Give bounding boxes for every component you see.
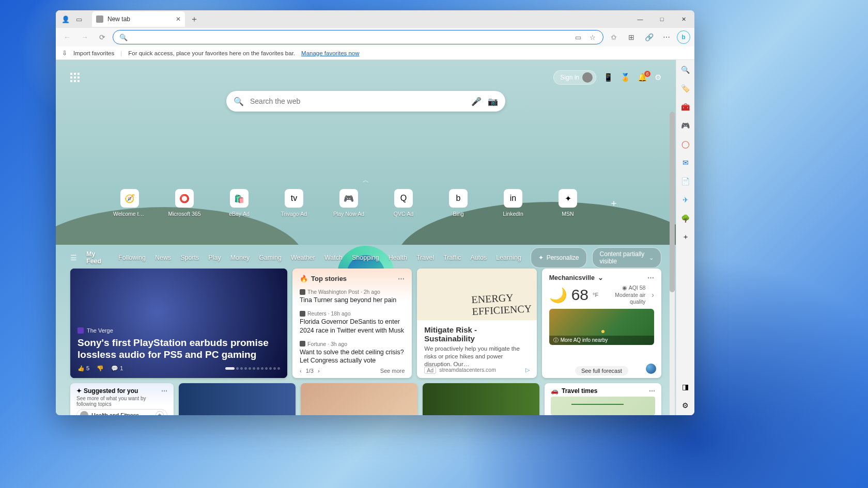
ad-card[interactable]: Mitigate Risk - Sustainability We proact… [417,269,536,378]
feed-nav-health[interactable]: Health [389,254,407,261]
quicklink-bing[interactable]: bBing [442,189,475,217]
sidebar-outlook-icon[interactable]: ✉ [680,157,691,168]
quicklink-ebay-ad[interactable]: 🛍️eBay·Ad [223,189,256,217]
sidebar-panel-icon[interactable]: ◨ [680,381,691,392]
feed-nav-following[interactable]: Following [118,254,146,261]
sidebar-add-icon[interactable]: ＋ [680,231,691,243]
app-launcher-icon[interactable] [70,73,80,82]
next-icon[interactable]: › [318,368,320,374]
more-icon[interactable]: ⋯ [647,274,654,281]
more-icon[interactable]: ⋯ [398,275,405,282]
see-more-link[interactable]: See more [380,368,405,374]
feed-menu-icon[interactable]: ☰ [70,254,77,262]
quicklink-linkedin[interactable]: inLinkedIn [497,189,530,217]
carousel-pager[interactable] [225,367,280,370]
feed-nav-weather[interactable]: Weather [291,254,315,261]
quicklink-qvc-ad[interactable]: QQVC·Ad [387,189,420,217]
feed-nav-shopping[interactable]: Shopping [352,254,379,261]
maximize-button[interactable]: □ [651,10,673,28]
tab-newtab[interactable]: New tab ✕ [92,11,185,27]
comment-icon[interactable]: 💬 1 [111,365,123,372]
sidebar-shopping-icon[interactable]: 🏷️ [680,83,691,94]
refresh-button[interactable]: ⟳ [95,30,110,44]
feed-nav-news[interactable]: News [155,254,171,261]
sidebar-search-icon[interactable]: 🔍 [680,64,691,75]
scrollbar[interactable] [670,112,675,415]
image-search-icon[interactable]: 📷 [488,97,498,106]
quicklink-welcome-to-[interactable]: 🧭Welcome to … [113,189,146,217]
news-card[interactable] [423,383,539,415]
close-tab-icon[interactable]: ✕ [176,15,181,23]
feed-nav-traffic[interactable]: Traffic [443,254,461,261]
feed-nav-watch[interactable]: Watch [324,254,343,261]
import-favorites-icon[interactable]: ⇩ [62,50,67,57]
collections-icon[interactable]: ⊞ [624,30,639,44]
close-window-button[interactable]: ✕ [673,10,694,28]
sidebar-drop-icon[interactable]: 📄 [680,176,691,187]
news-card[interactable] [301,383,417,415]
ntp-search-box[interactable]: 🔍 🎤 📷 [226,91,505,112]
news-card[interactable] [179,383,296,415]
feed-nav-travel[interactable]: Travel [416,254,434,261]
feature-card[interactable]: The Verge Sony's first PlayStation earbu… [70,269,287,378]
collapse-icon[interactable]: ︿ [363,176,369,185]
add-quicklink-button[interactable]: ＋ [609,197,618,209]
mobile-icon[interactable]: 📱 [603,73,613,82]
chevron-down-icon[interactable]: ⌄ [598,274,603,281]
voice-search-icon[interactable]: 🎤 [471,97,482,106]
topic-chip[interactable]: Health and Fitness+ [76,409,167,415]
extensions-icon[interactable]: 🔗 [642,30,656,44]
sidebar-office-icon[interactable]: ◯ [680,138,691,150]
settings-gear-icon[interactable]: ⚙ [655,73,661,82]
manage-favorites-link[interactable]: Manage favorites now [301,50,360,56]
story-item[interactable]: The Washington Post · 2h agoTina Turner … [300,289,405,304]
address-input[interactable] [133,34,569,41]
add-icon[interactable]: + [156,411,164,415]
notifications-icon[interactable]: 🔔6 [638,73,647,82]
quicklink-trivago-ad[interactable]: tvTrivago·Ad [277,189,311,217]
feed-nav-money[interactable]: Money [230,254,250,261]
weather-map[interactable]: ⓘMore AQ info nearby [549,309,654,345]
see-forecast-button[interactable]: See full forecast [575,366,628,375]
reader-mode-icon[interactable]: ▭ [573,32,583,42]
quicklink-msn[interactable]: ✦MSN [551,189,584,217]
sign-in-button[interactable]: Sign in [553,70,596,85]
rewards-icon[interactable]: 🏅 [621,73,630,82]
new-tab-button[interactable]: ＋ [187,12,202,26]
next-icon[interactable]: › [652,291,654,299]
story-item[interactable]: Fortune · 3h agoWant to solve the debt c… [300,341,405,365]
personalize-button[interactable]: ✦ Personalize [531,247,587,268]
import-favorites-link[interactable]: Import favorites [73,50,114,56]
feed-nav-learning[interactable]: Learning [496,254,521,261]
ntp-search-input[interactable] [250,97,465,105]
weather-card[interactable]: Mechanicsville⌄⋯ 🌙 68 °F ◉ AQI 58Moderat… [542,269,661,378]
sidebar-settings-icon[interactable]: ⚙ [680,400,691,411]
sidebar-skype-icon[interactable]: ✈ [680,194,691,206]
feed-nav-gaming[interactable]: Gaming [259,254,282,261]
more-menu-icon[interactable]: ⋯ [659,30,674,44]
quicklink-play-now-ad[interactable]: 🎮Play Now·Ad [332,189,365,217]
feed-nav-sports[interactable]: Sports [180,254,199,261]
quicklink-microsoft-365[interactable]: ⭕Microsoft 365 [168,189,201,217]
like-icon[interactable]: 👍 5 [78,365,89,372]
visibility-dropdown[interactable]: Content partially visible [592,247,661,268]
favorites-hub-icon[interactable]: ✩ [607,30,621,44]
minimize-button[interactable]: — [629,10,651,28]
adchoices-icon[interactable]: ▷ [525,367,530,374]
more-icon[interactable]: ⋯ [161,387,167,395]
sidebar-games-icon[interactable]: 🎮 [680,120,691,131]
story-item[interactable]: Reuters · 18h agoFlorida Governor DeSant… [300,310,405,335]
workspaces-icon[interactable]: ▭ [74,14,84,24]
bing-chat-icon[interactable]: b [677,30,690,44]
prev-icon[interactable]: ‹ [300,368,302,374]
forward-button[interactable]: → [78,30,92,44]
address-bar[interactable]: 🔍 ▭ ☆ [113,30,603,44]
feed-nav-autos[interactable]: Autos [470,254,487,261]
dislike-icon[interactable]: 👎 [97,365,104,372]
profile-icon[interactable]: 👤 [61,14,70,24]
more-icon[interactable]: ⋯ [649,387,655,395]
sidebar-eco-icon[interactable]: 🌳 [680,213,691,224]
sidebar-tools-icon[interactable]: 🧰 [680,101,691,113]
travel-times-card[interactable]: 🚗 Travel times⋯ [545,383,661,415]
favorite-star-icon[interactable]: ☆ [587,32,598,42]
